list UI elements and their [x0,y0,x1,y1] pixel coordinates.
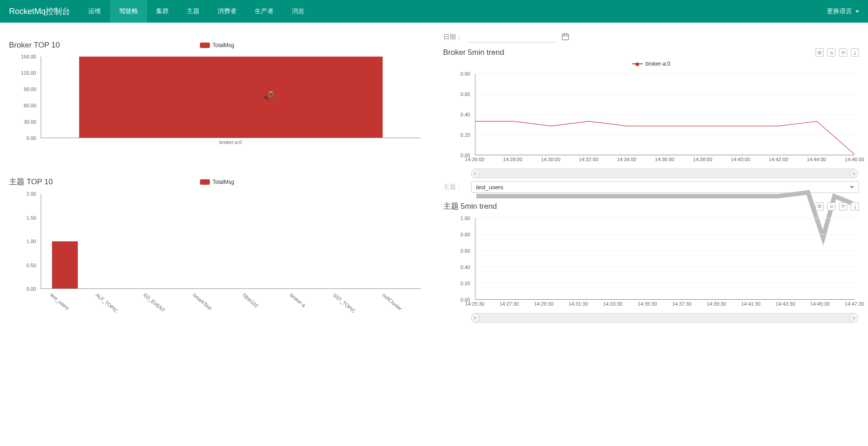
nav-ops[interactable]: 运维 [79,0,110,23]
nav-items: 运维 驾驶舱 集群 主题 消费者 生产者 消息 [79,0,313,23]
refresh-icon[interactable]: ⟳ [839,48,847,57]
zoom-reset-icon[interactable]: ⧇ [827,48,835,57]
nav-cluster[interactable]: 集群 [147,0,178,23]
panel-topic-top10: 主题 TOP 10 TotalMsg 0.000.501.001.502.00t… [9,177,425,300]
download-icon[interactable]: ⭳ [851,48,859,57]
datazoom-broker-5min[interactable]: ≡ ≡ [475,168,855,178]
chart-title-topic-5min: 主题 5min trend [443,201,497,211]
nav-topic[interactable]: 主题 [178,0,209,23]
language-dropdown[interactable]: 更换语言 [827,7,859,15]
nav-dashboard[interactable]: 驾驶舱 [110,0,147,23]
panel-broker-5min: Broker 5min trend ⧉ ⧇ ⟳ ⭳ broker-a:0 0.0… [443,48,859,193]
legend-swatch-icon [200,179,210,185]
chart-title-broker-5min: Broker 5min trend [443,48,504,57]
toolbox-topic-5min: ⧉ ⧇ ⟳ ⭳ [816,202,859,211]
nav-message[interactable]: 消息 [283,0,313,23]
legend-broker-top10: TotalMsg [200,42,234,48]
panel-topic-5min: 主题 5min trend ⧉ ⧇ ⟳ ⭳ 0.000.200.400.600.… [443,201,859,323]
svg-rect-0 [562,34,569,40]
datazoom-topic-5min[interactable]: ≡ ≡ [475,313,855,323]
zoom-icon[interactable]: ⧉ [816,48,824,57]
date-picker-row: 日期： [443,32,859,43]
calendar-icon[interactable] [562,33,569,42]
legend-broker-5min: broker-a:0 [632,61,670,67]
toolbox-broker-5min: ⧉ ⧇ ⟳ ⭳ [816,48,859,57]
panel-broker-top10: Broker TOP 10 TotalMsg 0.0030.0060.0090.… [9,41,425,149]
chevron-down-icon [855,10,859,13]
zoom-icon[interactable]: ⧉ [816,202,824,211]
date-input[interactable] [467,32,557,43]
datazoom-handle-right[interactable]: ≡ [850,169,858,178]
chart-broker-5min[interactable]: 0.000.200.400.600.8014:26:0014:28:0014:3… [443,72,859,167]
language-label: 更换语言 [827,7,852,15]
legend-label: TotalMsg [213,179,234,185]
datazoom-handle-right[interactable]: ≡ [850,313,858,322]
topic-label: 主题： [443,183,462,191]
chart-title-topic-top10: 主题 TOP 10 [9,177,53,187]
legend-label: broker-a:0 [645,61,670,67]
datazoom-handle-left[interactable]: ≡ [471,313,479,322]
date-label: 日期： [443,33,462,41]
download-icon[interactable]: ⭳ [851,202,859,211]
nav-producer[interactable]: 生产者 [246,0,283,23]
nav-consumer[interactable]: 消费者 [209,0,246,23]
zoom-reset-icon[interactable]: ⧇ [827,202,835,211]
chart-topic-top10[interactable]: 0.000.501.001.502.00test_usersALF_TOPICE… [9,192,425,300]
legend-swatch-icon [200,43,210,48]
app-brand: RocketMq控制台 [9,6,70,17]
legend-label: TotalMsg [213,42,234,48]
chart-title-broker-top10: Broker TOP 10 [9,41,60,50]
datazoom-handle-left[interactable]: ≡ [471,169,479,178]
legend-line-icon [632,63,643,64]
chart-broker-top10[interactable]: 0.0030.0060.0090.00120.00150.00broker-a:… [9,54,425,149]
legend-topic-top10: TotalMsg [200,179,234,185]
chart-topic-5min[interactable]: 0.000.200.400.600.801.0014:25:3014:27:30… [443,216,859,311]
refresh-icon[interactable]: ⟳ [839,202,847,211]
navbar: RocketMq控制台 运维 驾驶舱 集群 主题 消费者 生产者 消息 更换语言 [0,0,868,23]
